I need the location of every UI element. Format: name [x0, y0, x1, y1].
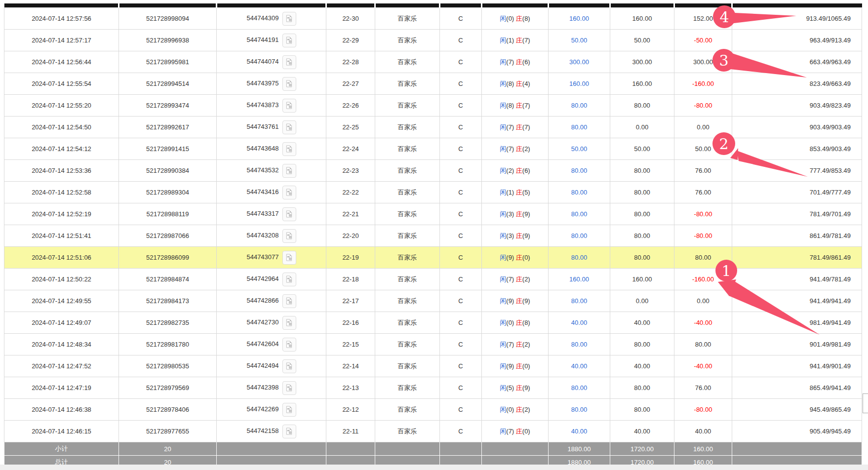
video-replay-button[interactable] — [282, 273, 296, 286]
balance-cell: 823.49/663.49 — [732, 73, 862, 95]
result-cell: 闲(7) 庄(2) — [482, 269, 549, 290]
round-no: 544744074 — [246, 58, 278, 65]
bet-amount-link[interactable]: 300.00 — [549, 51, 610, 73]
result-cell: 闲(7) 庄(6) — [482, 51, 549, 73]
zhuang-label: 庄 — [516, 102, 522, 109]
bet-amount-link[interactable]: 160.00 — [549, 73, 610, 95]
video-replay-button[interactable] — [282, 142, 296, 156]
zhuang-label: 庄 — [516, 58, 522, 66]
video-replay-button[interactable] — [282, 12, 296, 26]
round-code-cell: 22-22 — [326, 182, 375, 203]
summary-empty-cell — [732, 442, 862, 456]
video-replay-button[interactable] — [282, 186, 296, 199]
video-replay-button[interactable] — [282, 229, 296, 243]
zhuang-label: 庄 — [516, 232, 522, 239]
balance-cell: 945.49/865.49 — [732, 399, 862, 421]
video-replay-button[interactable] — [282, 359, 296, 373]
game-type-cell: 百家乐 — [375, 269, 440, 290]
zhuang-label: 庄 — [516, 406, 522, 413]
result-cell: 闲(7) 庄(7) — [482, 117, 549, 138]
round-no-cell: 544742494 — [217, 355, 326, 377]
win-loss-cell: -40.00 — [674, 312, 732, 334]
video-replay-button[interactable] — [282, 403, 296, 417]
game-type-cell: 百家乐 — [375, 377, 440, 399]
xian-label: 闲 — [500, 275, 506, 283]
valid-bet-cell: 0.00 — [610, 117, 674, 138]
video-replay-button[interactable] — [282, 338, 296, 352]
xian-label: 闲 — [500, 406, 506, 413]
video-replay-button[interactable] — [282, 251, 296, 265]
result-cell: 闲(0) 庄(8) — [482, 312, 549, 334]
video-replay-button[interactable] — [282, 381, 296, 395]
result-cell: 闲(9) 庄(9) — [482, 290, 549, 312]
valid-bet-cell: 80.00 — [610, 203, 674, 225]
bet-amount-link[interactable]: 40.00 — [549, 355, 610, 377]
video-replay-button[interactable] — [282, 120, 296, 134]
video-replay-button[interactable] — [282, 34, 296, 47]
bet-amount-link[interactable]: 50.00 — [549, 138, 610, 160]
video-replay-button[interactable] — [282, 294, 296, 308]
bet-amount-link[interactable]: 80.00 — [549, 160, 610, 182]
bet-amount-link[interactable]: 80.00 — [549, 117, 610, 138]
balance-cell: 781.49/861.49 — [732, 247, 862, 269]
game-type-cell: 百家乐 — [375, 247, 440, 269]
result-cell: 闲(8) 庄(7) — [482, 95, 549, 117]
table-header-cell — [610, 3, 674, 8]
balance-cell: 941.49/901.49 — [732, 355, 862, 377]
video-replay-button[interactable] — [282, 55, 296, 69]
round-code-cell: 22-11 — [326, 421, 375, 442]
bet-amount-link[interactable]: 80.00 — [549, 203, 610, 225]
round-code-cell: 22-23 — [326, 160, 375, 182]
round-code-cell: 22-19 — [326, 247, 375, 269]
valid-bet-cell: 160.00 — [610, 8, 674, 30]
result-cell: 闲(9) 庄(0) — [482, 355, 549, 377]
bet-amount-link[interactable]: 50.00 — [549, 30, 610, 51]
round-no: 544743532 — [246, 166, 278, 174]
scrollbar-fragment[interactable] — [863, 393, 868, 413]
bet-amount-link[interactable]: 80.00 — [549, 290, 610, 312]
game-type-cell: 百家乐 — [375, 51, 440, 73]
result-cell: 闲(0) 庄(8) — [482, 8, 549, 30]
balance-cell: 663.49/963.49 — [732, 51, 862, 73]
xian-label: 闲 — [500, 15, 506, 22]
bet-amount-link[interactable]: 80.00 — [549, 247, 610, 269]
table-code-cell: C — [440, 8, 482, 30]
game-type-cell: 百家乐 — [375, 95, 440, 117]
bet-amount-link[interactable]: 80.00 — [549, 225, 610, 247]
bet-amount-link[interactable]: 80.00 — [549, 334, 610, 355]
game-type-cell: 百家乐 — [375, 73, 440, 95]
video-replay-button[interactable] — [282, 164, 296, 178]
video-replay-button[interactable] — [282, 99, 296, 113]
win-loss-cell: 80.00 — [674, 334, 732, 355]
table-code-cell: C — [440, 377, 482, 399]
video-replay-button[interactable] — [282, 207, 296, 221]
order-no-cell: 521728992617 — [119, 117, 217, 138]
order-no-cell: 521728994514 — [119, 73, 217, 95]
video-replay-button[interactable] — [282, 77, 296, 91]
video-replay-button[interactable] — [282, 316, 296, 330]
bet-amount-link[interactable]: 40.00 — [549, 421, 610, 442]
bet-amount-link[interactable]: 80.00 — [549, 182, 610, 203]
table-code-cell: C — [440, 30, 482, 51]
bet-amount-link[interactable]: 40.00 — [549, 312, 610, 334]
bet-amount-link[interactable]: 80.00 — [549, 95, 610, 117]
video-replay-button[interactable] — [282, 425, 296, 438]
round-code-cell: 22-26 — [326, 95, 375, 117]
bet-amount-link[interactable]: 160.00 — [549, 269, 610, 290]
round-no: 544743975 — [246, 79, 278, 87]
xian-label: 闲 — [500, 80, 506, 87]
win-loss-cell: -80.00 — [674, 203, 732, 225]
table-header-cell — [482, 3, 549, 8]
order-no-cell: 521728995981 — [119, 51, 217, 73]
win-loss-cell: -160.00 — [674, 73, 732, 95]
table-row: 2024-07-14 12:57:17521728996938544744191… — [4, 30, 862, 51]
balance-cell: 963.49/913.49 — [732, 30, 862, 51]
round-no-cell: 544742730 — [217, 312, 326, 334]
bet-amount-link[interactable]: 160.00 — [549, 8, 610, 30]
summary-winloss-total-cell: 160.00 — [674, 442, 732, 456]
bet-amount-link[interactable]: 80.00 — [549, 377, 610, 399]
bet-amount-link[interactable]: 80.00 — [549, 399, 610, 421]
table-row: 2024-07-14 12:55:20521728993474544743873… — [4, 95, 862, 117]
summary-count-cell: 20 — [119, 442, 217, 456]
round-no-cell: 544742604 — [217, 334, 326, 355]
